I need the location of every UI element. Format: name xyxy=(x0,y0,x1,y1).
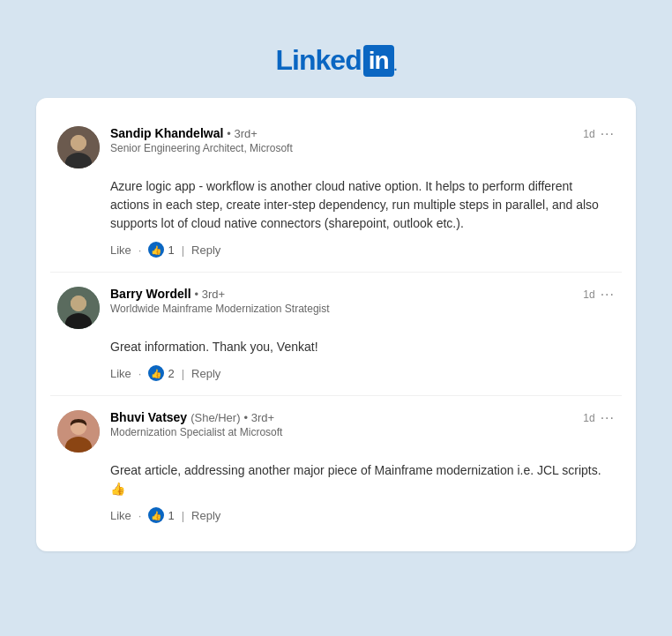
comment-actions-bhuvi: Like · 👍 1 | Reply xyxy=(110,507,615,523)
user-degree-barry: • 3rd+ xyxy=(195,288,226,301)
user-name-row-sandip: Sandip Khandelwal • 3rd+ xyxy=(110,126,572,140)
action-pipe-bhuvi: | xyxy=(182,509,184,522)
like-button-bhuvi[interactable]: Like xyxy=(110,509,131,522)
svg-point-3 xyxy=(71,135,86,151)
reply-button-sandip[interactable]: Reply xyxy=(191,243,220,257)
user-name-bhuvi: Bhuvi Vatsey xyxy=(110,410,187,424)
like-count-bhuvi: 1 xyxy=(168,509,174,522)
comment-actions-barry: Like · 👍 2 | Reply xyxy=(110,365,615,381)
user-title-barry: Worldwide Mainframe Modernization Strate… xyxy=(110,303,572,315)
user-degree-sandip: • 3rd+ xyxy=(227,127,258,140)
comment-sandip: Sandip Khandelwal • 3rd+ Senior Engineer… xyxy=(50,112,622,273)
like-button-sandip[interactable]: Like xyxy=(110,243,131,257)
comment-meta-barry: 1d ··· xyxy=(583,287,615,303)
comment-meta-sandip: 1d ··· xyxy=(583,126,615,142)
comment-meta-bhuvi: 1d ··· xyxy=(583,410,615,426)
comment-header-sandip: Sandip Khandelwal • 3rd+ Senior Engineer… xyxy=(57,126,615,168)
comment-header-barry: Barry Wordell • 3rd+ Worldwide Mainframe… xyxy=(57,287,615,329)
thumb-emoji-bhuvi: 👍 xyxy=(151,511,161,520)
logo-in-box: in xyxy=(363,45,394,77)
thumb-icon-bhuvi: 👍 xyxy=(148,507,164,523)
action-pipe-barry: | xyxy=(182,367,184,380)
comment-actions-sandip: Like · 👍 1 | Reply xyxy=(110,242,615,258)
comment-bhuvi: Bhuvi Vatsey (She/Her) • 3rd+ Modernizat… xyxy=(50,396,622,537)
svg-point-7 xyxy=(71,296,86,311)
reaction-count-bhuvi: 👍 1 xyxy=(148,507,174,523)
action-dot-sandip: · xyxy=(138,243,142,257)
user-info-bhuvi: Bhuvi Vatsey (She/Her) • 3rd+ Modernizat… xyxy=(110,410,572,438)
thumb-icon-barry: 👍 xyxy=(148,365,164,381)
ellipsis-barry[interactable]: ··· xyxy=(601,287,615,303)
like-count-barry: 2 xyxy=(168,367,174,380)
comment-header-bhuvi: Bhuvi Vatsey (She/Her) • 3rd+ Modernizat… xyxy=(57,410,615,453)
user-degree-bhuvi: • 3rd+ xyxy=(244,411,275,424)
thumb-emoji-sandip: 👍 xyxy=(151,245,161,255)
comment-time-sandip: 1d xyxy=(583,128,594,140)
logo-dot: . xyxy=(394,59,397,73)
comment-time-bhuvi: 1d xyxy=(583,412,594,424)
reply-button-barry[interactable]: Reply xyxy=(191,367,220,380)
ellipsis-bhuvi[interactable]: ··· xyxy=(601,410,615,426)
page-wrapper: Linked in . Sandip Khandelwal xyxy=(18,18,654,636)
thumb-emoji-barry: 👍 xyxy=(151,369,161,378)
comment-body-barry: Great information. Thank you, Venkat! xyxy=(110,338,615,356)
user-info-sandip: Sandip Khandelwal • 3rd+ Senior Engineer… xyxy=(110,126,572,154)
user-name-sandip: Sandip Khandelwal xyxy=(110,126,223,140)
comment-barry: Barry Wordell • 3rd+ Worldwide Mainframe… xyxy=(50,273,622,396)
thumb-icon-sandip: 👍 xyxy=(148,242,164,258)
reply-button-bhuvi[interactable]: Reply xyxy=(191,509,220,522)
comments-container: Sandip Khandelwal • 3rd+ Senior Engineer… xyxy=(36,98,636,551)
action-dot-barry: · xyxy=(138,367,142,380)
avatar-bhuvi xyxy=(57,410,100,453)
comment-time-barry: 1d xyxy=(583,288,594,301)
linkedin-logo: Linked in . xyxy=(276,44,397,77)
comment-body-sandip: Azure logic app - workflow is another cl… xyxy=(110,177,615,233)
reaction-count-barry: 👍 2 xyxy=(148,365,174,381)
like-count-sandip: 1 xyxy=(168,243,174,257)
user-title-bhuvi: Modernization Specialist at Microsoft xyxy=(110,426,572,438)
action-pipe-sandip: | xyxy=(182,243,184,257)
logo-text: Linked xyxy=(276,44,362,77)
user-name-row-bhuvi: Bhuvi Vatsey (She/Her) • 3rd+ xyxy=(110,410,572,424)
reaction-count-sandip: 👍 1 xyxy=(148,242,174,258)
user-name-row-barry: Barry Wordell • 3rd+ xyxy=(110,287,572,301)
comment-body-bhuvi: Great article, addressing another major … xyxy=(110,461,615,498)
user-info-barry: Barry Wordell • 3rd+ Worldwide Mainframe… xyxy=(110,287,572,315)
avatar-barry xyxy=(57,287,100,329)
avatar-sandip xyxy=(57,126,100,168)
user-name-barry: Barry Wordell xyxy=(110,287,191,301)
action-dot-bhuvi: · xyxy=(138,509,142,522)
ellipsis-sandip[interactable]: ··· xyxy=(601,126,615,142)
user-pronouns-bhuvi: (She/Her) xyxy=(190,411,240,424)
like-button-barry[interactable]: Like xyxy=(110,367,131,380)
user-title-sandip: Senior Engineering Architect, Microsoft xyxy=(110,142,572,154)
